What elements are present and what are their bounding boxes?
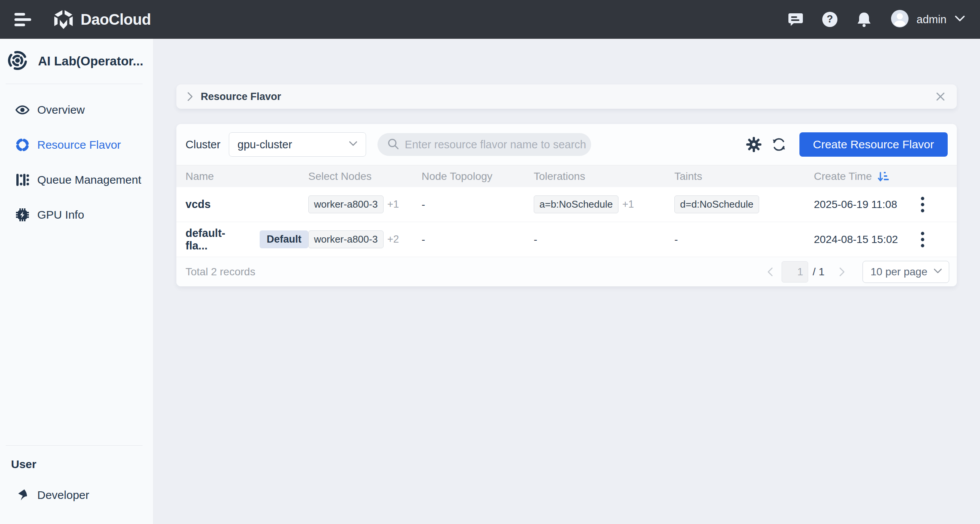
column-header-tolerations: Tolerations xyxy=(534,170,675,183)
row-select-nodes: worker-a800-3 +1 xyxy=(308,196,422,213)
next-page-icon[interactable] xyxy=(834,264,850,279)
total-records: Total 2 records xyxy=(186,266,255,278)
message-icon[interactable] xyxy=(787,11,804,28)
column-header-select-nodes: Select Nodes xyxy=(308,170,422,183)
sidebar-item-label: Overview xyxy=(37,104,85,116)
cluster-select[interactable]: gpu-cluster xyxy=(229,132,366,157)
bell-icon[interactable] xyxy=(856,11,872,28)
create-time-label: Create Time xyxy=(814,170,872,183)
sidebar-divider xyxy=(6,445,143,446)
page-size-value: 10 per page xyxy=(870,266,927,278)
node-tag: worker-a800-3 xyxy=(308,196,383,213)
user-menu[interactable]: admin xyxy=(891,10,965,29)
row-taints: d=d:NoSchedule xyxy=(675,196,814,213)
column-header-node-topology: Node Topology xyxy=(422,170,534,183)
row-create-time: 2025-06-19 11:08 xyxy=(814,199,914,211)
row-actions-kebab-icon[interactable] xyxy=(914,193,931,216)
table-footer: Total 2 records / 1 1 xyxy=(177,257,957,286)
row-tolerations: a=b:NoSchedule +1 xyxy=(534,196,675,213)
search-box xyxy=(377,133,591,156)
table-header-row: Name Select Nodes Node Topology Tolerati… xyxy=(177,166,957,187)
top-bar: DaoCloud ? xyxy=(0,0,980,39)
page-number-input[interactable] xyxy=(781,261,808,282)
sidebar-item-overview[interactable]: Overview xyxy=(0,92,153,127)
row-name: vcds xyxy=(186,198,308,211)
table-row: default-fla... Default worker-a800-3 +2 … xyxy=(177,222,957,257)
page-size-select[interactable]: 10 per page xyxy=(862,261,949,283)
sidebar-item-label: Developer xyxy=(37,489,89,502)
ai-lab-icon xyxy=(7,50,28,73)
main-content: Resource Flavor Resource Flavor Cluster xyxy=(154,39,980,524)
avatar xyxy=(891,10,909,29)
default-badge: Default xyxy=(259,231,308,248)
row-actions-kebab-icon[interactable] xyxy=(914,228,931,251)
help-icon[interactable]: ? xyxy=(821,11,838,28)
svg-text:?: ? xyxy=(827,13,833,25)
workspace-label: AI Lab(Operator... xyxy=(38,54,143,68)
chevron-down-icon xyxy=(934,268,942,275)
resource-flavor-icon xyxy=(15,138,30,152)
more-count[interactable]: +1 xyxy=(622,199,634,210)
queue-icon xyxy=(15,173,30,187)
column-header-create-time: Create Time xyxy=(814,170,914,183)
gpu-chip-icon xyxy=(15,208,30,222)
gear-icon[interactable] xyxy=(745,135,763,154)
daocloud-cube-icon xyxy=(52,6,75,32)
taint-tag: d=d:NoSchedule xyxy=(675,196,759,213)
cluster-select-value: gpu-cluster xyxy=(238,139,292,151)
sidebar-item-queue-management[interactable]: Queue Management xyxy=(0,162,153,197)
row-name: default-fla... xyxy=(186,227,245,252)
chevron-down-icon xyxy=(955,16,965,23)
sidebar: AI Lab(Operator... Overview xyxy=(0,39,154,524)
topbar-actions: ? admin xyxy=(770,10,965,29)
resource-flavor-card: Cluster gpu-cluster xyxy=(177,124,957,286)
sort-descending-icon[interactable] xyxy=(877,170,889,183)
row-name-cell: default-fla... Default xyxy=(186,227,308,252)
cluster-label: Cluster xyxy=(186,139,221,151)
sidebar-bottom: User Developer xyxy=(0,445,153,524)
chevron-right-icon[interactable] xyxy=(187,92,193,102)
more-count[interactable]: +2 xyxy=(387,234,399,245)
username: admin xyxy=(916,13,947,26)
sidebar-item-resource-flavor[interactable]: Resource Flavor xyxy=(0,127,153,162)
row-select-nodes: worker-a800-3 +2 xyxy=(308,231,422,248)
sidebar-item-label: Resource Flavor xyxy=(37,139,121,151)
table-toolbar: Cluster gpu-cluster xyxy=(177,124,957,166)
search-input[interactable] xyxy=(405,139,587,151)
create-resource-flavor-button[interactable]: Create Resource Flavor xyxy=(799,132,948,157)
menu-icon[interactable] xyxy=(14,10,32,29)
more-count[interactable]: +1 xyxy=(387,199,399,210)
brand-logo: DaoCloud xyxy=(52,6,151,32)
search-icon xyxy=(387,137,399,152)
chevron-down-icon xyxy=(349,141,357,148)
previous-page-icon[interactable] xyxy=(762,264,778,279)
column-header-taints: Taints xyxy=(675,170,814,183)
sidebar-section-user: User xyxy=(0,458,153,471)
close-icon[interactable] xyxy=(935,92,945,102)
eye-icon xyxy=(15,103,30,117)
row-node-topology: - xyxy=(422,199,534,211)
sidebar-item-gpu-info[interactable]: GPU Info xyxy=(0,197,153,233)
node-tag: worker-a800-3 xyxy=(308,231,383,248)
sidebar-item-developer[interactable]: Developer xyxy=(0,478,153,513)
brand-name: DaoCloud xyxy=(81,11,151,28)
app-root: DaoCloud ? xyxy=(0,0,980,524)
row-create-time: 2024-08-15 15:02 xyxy=(814,234,914,246)
pagination: / 1 10 per page xyxy=(762,261,949,283)
row-tolerations: - xyxy=(534,234,675,246)
banner-title: Resource Flavor xyxy=(201,91,281,103)
refresh-icon[interactable] xyxy=(770,135,788,154)
row-taints: - xyxy=(675,234,814,246)
page-total: / 1 xyxy=(813,266,824,278)
column-header-name: Name xyxy=(186,170,308,183)
table-row: vcds worker-a800-3 +1 - a=b:NoSchedule +… xyxy=(177,187,957,222)
workspace-switcher[interactable]: AI Lab(Operator... xyxy=(0,39,153,84)
collapsible-banner: Resource Flavor xyxy=(177,84,957,109)
sidebar-item-label: Queue Management xyxy=(37,174,142,186)
reply-arrow-icon xyxy=(15,488,30,502)
toleration-tag: a=b:NoSchedule xyxy=(534,196,619,213)
row-node-topology: - xyxy=(422,234,534,246)
sidebar-nav: Overview Resource Flavor xyxy=(0,84,153,233)
sidebar-item-label: GPU Info xyxy=(37,209,84,221)
